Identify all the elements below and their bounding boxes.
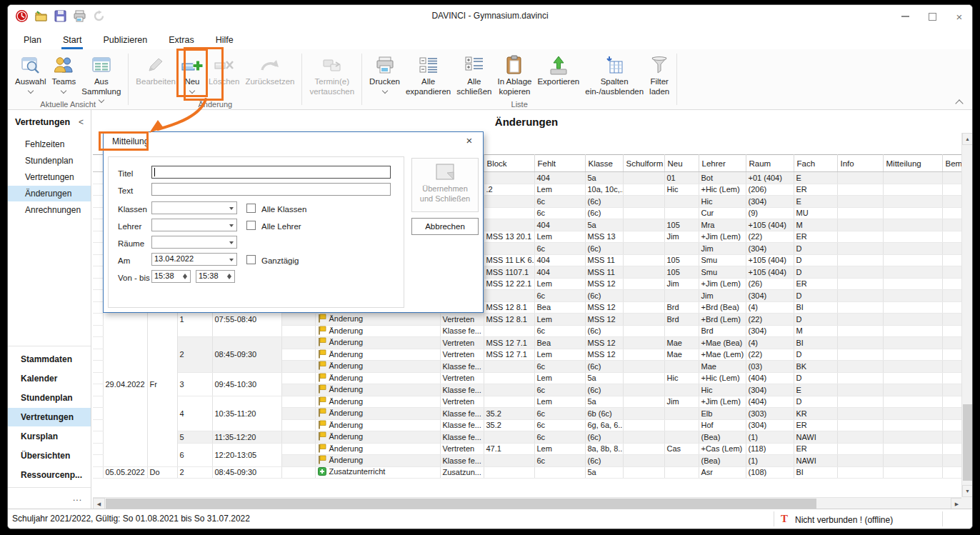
cell-schulform: [623, 455, 664, 467]
table-row[interactable]: 208:45-09:30ÄnderungVertretenMSS 12 7.1B…: [93, 337, 961, 349]
column-header-block[interactable]: Block: [484, 155, 534, 172]
filter-laden-button[interactable]: Filter laden: [646, 51, 672, 99]
lehrer-dropdown[interactable]: [151, 219, 237, 231]
vertical-scrollbar[interactable]: ▲ ▼: [961, 133, 972, 497]
cell-klasse: 5a: [585, 396, 623, 408]
cell-info: [837, 207, 883, 219]
column-header-lehrer[interactable]: Lehrer: [699, 155, 746, 172]
teams-button[interactable]: Teams: [49, 51, 79, 95]
menu-tab-plan[interactable]: Plan: [14, 32, 51, 49]
column-header-bemerkung[interactable]: Bemerkung: [942, 155, 961, 172]
cell-fehlt: 6c: [534, 455, 585, 467]
cell-schulform: [623, 349, 664, 361]
table-row[interactable]: 511:35-12:20ÄnderungKlasse fe...6c(6c)(B…: [93, 431, 961, 444]
cell-art: Änderung: [315, 325, 440, 337]
close-icon[interactable]: ×: [954, 11, 965, 22]
cell-grund: Klasse fe...: [440, 419, 484, 431]
column-header-fach[interactable]: Fach: [794, 155, 837, 172]
in-ablage-kopieren-button[interactable]: In Ablage kopieren: [494, 51, 534, 99]
bis-time-spinner[interactable]: 15:38: [196, 270, 235, 283]
exportieren-button[interactable]: Exportieren: [534, 51, 582, 89]
cell-zeit: 12:20-13:05: [212, 443, 281, 466]
aus-sammlung-button[interactable]: Aus Sammlung: [79, 51, 124, 104]
cell-stunde: 4: [177, 396, 212, 431]
scroll-down-icon[interactable]: ▼: [962, 485, 973, 497]
cell-bemerkung: [942, 396, 961, 408]
am-date-dropdown[interactable]: 13.04.2022: [151, 253, 237, 266]
auswahl-button[interactable]: Auswahl: [12, 51, 49, 95]
abbrechen-button[interactable]: Abbrechen: [411, 218, 479, 235]
spin-down-icon[interactable]: [227, 276, 231, 279]
cell-info: [837, 290, 883, 302]
horizontal-scrollbar[interactable]: ◀ ▶: [93, 497, 963, 509]
alle-lehrer-checkbox[interactable]: [246, 221, 256, 230]
titel-input[interactable]: [151, 166, 391, 179]
sidebar-module-kursplan[interactable]: Kursplan: [8, 427, 91, 446]
uebernehmen-und-schliessen-button[interactable]: Übernehmen und Schließen: [411, 158, 479, 212]
table-row[interactable]: 612:20-13:05ÄnderungVertreten47.1Lem8a, …: [93, 443, 961, 455]
ribbon-button-label: Exportieren: [537, 77, 579, 87]
sidebar-module-stammdaten[interactable]: Stammdaten: [8, 350, 91, 369]
sidebar-item-stundenplan[interactable]: Stundenplan: [8, 153, 91, 169]
auswahl-icon: [21, 53, 41, 77]
text-input[interactable]: [151, 183, 391, 196]
column-header-neu[interactable]: Neu: [664, 155, 699, 172]
column-header-schulform[interactable]: Schulform: [623, 155, 664, 172]
horizontal-scroll-thumb[interactable]: [106, 499, 816, 509]
sidebar-item-änderungen[interactable]: Änderungen: [8, 186, 91, 201]
sidebar-item-vertretungen[interactable]: Vertretungen: [8, 169, 91, 185]
column-header-info[interactable]: Info: [837, 155, 883, 172]
column-header-raum[interactable]: Raum: [746, 155, 794, 172]
drucken-button[interactable]: Drucken: [366, 51, 403, 95]
cell-grund: Vertreten: [440, 349, 484, 361]
sidebar-item-fehlzeiten[interactable]: Fehlzeiten: [8, 136, 91, 152]
von-time-spinner[interactable]: 15:38: [151, 270, 191, 283]
minimize-icon[interactable]: [899, 11, 911, 22]
raeume-dropdown[interactable]: [151, 236, 237, 249]
sidebar-module-übersichten[interactable]: Übersichten: [8, 446, 91, 465]
cell-block: [484, 466, 534, 479]
sidebar-module-kalender[interactable]: Kalender: [8, 369, 91, 388]
chevron-down-icon: [229, 224, 234, 227]
cell-lehrer: Asr: [699, 466, 746, 479]
cell-block: MSS 13 20.1: [484, 231, 534, 243]
cell-art: Änderung: [315, 337, 440, 349]
sidebar-collapse-icon[interactable]: <: [79, 117, 84, 127]
sidebar-item-anrechnungen[interactable]: Anrechnungen: [8, 202, 91, 218]
cell-fach: ER: [794, 419, 837, 431]
table-row[interactable]: 410:35-11:20ÄnderungVertretenLem5aJim+Ji…: [93, 396, 961, 408]
scroll-up-icon[interactable]: ▲: [962, 133, 973, 145]
cell-block: MSS 12 22.1: [484, 278, 534, 290]
table-row[interactable]: 05.05.2022Do208:45-09:30Zusatzunterricht…: [93, 466, 961, 479]
sidebar-module-ressourcenp[interactable]: Ressourcenp...: [8, 466, 91, 484]
sidebar-module-stundenplan[interactable]: Stundenplan: [8, 389, 91, 407]
column-header-klasse[interactable]: Klasse: [585, 155, 623, 172]
cell-bemerkung: [942, 372, 961, 384]
cell-schulform: [623, 314, 664, 326]
ribbon-collapse-icon[interactable]: [955, 99, 963, 107]
vertical-scroll-thumb[interactable]: [963, 404, 972, 481]
table-row[interactable]: 309:45-10:30ÄnderungVertretenLem5aHic+Hi…: [93, 372, 961, 384]
cell-lehrer: (Bea): [699, 431, 746, 444]
cell-fehlt: Bea: [534, 301, 585, 314]
cell-schulform: [623, 290, 664, 302]
alle-schliessen-button[interactable]: Alle schließen: [454, 51, 494, 99]
alle-expandieren-button[interactable]: Alle expandieren: [403, 51, 454, 99]
sidebar-module-vertretungen[interactable]: Vertretungen: [8, 408, 91, 426]
sidebar-more-button[interactable]: ...: [73, 493, 82, 503]
column-header-fehlt[interactable]: Fehlt: [534, 155, 585, 172]
cell-mitteilung: [883, 266, 942, 279]
klassen-dropdown[interactable]: [151, 201, 237, 214]
maximize-icon[interactable]: [926, 11, 938, 22]
menu-tab-start[interactable]: Start: [53, 32, 91, 49]
ganztaegig-checkbox[interactable]: [246, 255, 256, 264]
spalten-ein-ausblenden-button[interactable]: Spalten ein-/ausblenden: [582, 51, 646, 99]
spin-down-icon[interactable]: [183, 276, 187, 279]
menu-tab-publizieren[interactable]: Publizieren: [93, 32, 157, 49]
alle-klassen-checkbox[interactable]: [246, 204, 256, 213]
cell-extra: [281, 337, 315, 349]
cell-mitteilung: [883, 207, 942, 219]
column-header-mitteilung[interactable]: Mitteilung: [883, 155, 942, 172]
cell-bemerkung: [942, 337, 961, 349]
dialog-close-icon[interactable]: ×: [463, 134, 476, 146]
